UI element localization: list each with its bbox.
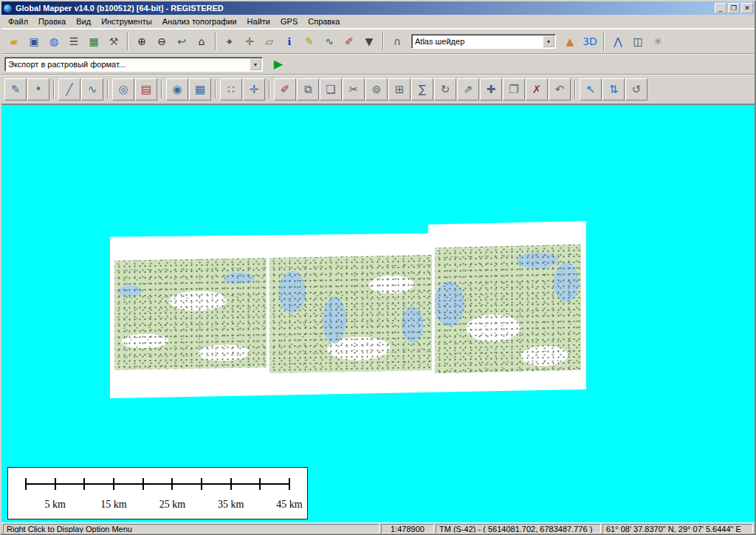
scissors-icon: ✂	[349, 84, 359, 95]
measure-tool-button[interactable]: ▱	[260, 32, 279, 51]
view-toolbar-group: ⋀◫✳	[608, 32, 667, 51]
map-tile-left	[114, 258, 267, 370]
scale-label: 45 km	[276, 499, 302, 511]
save-workspace-button[interactable]: ▣	[24, 32, 44, 51]
scale-label: 35 km	[218, 499, 244, 511]
zoom-tool-button[interactable]: ⌖	[220, 32, 239, 51]
zoom-previous-button[interactable]: ↩	[172, 32, 191, 51]
sigma-icon: ∑	[419, 84, 426, 95]
menu-search[interactable]: Найти	[242, 15, 275, 28]
buffer-areas-button[interactable]: ⊚	[365, 78, 388, 100]
map-view[interactable]: 5 km15 km25 km35 km45 km	[1, 104, 755, 522]
map-grid-icon: ▦	[89, 36, 98, 47]
download-online-data-button[interactable]: ◍	[44, 32, 63, 51]
delete-feature-button[interactable]: ✗	[526, 78, 548, 100]
map-catalog-button[interactable]: ▦	[84, 32, 103, 51]
path-profile-window-button[interactable]: ⋀	[608, 32, 628, 51]
scale-feature-button[interactable]: ⇗	[457, 78, 479, 100]
path-profile-button[interactable]: ∿	[320, 32, 339, 51]
window-title: Global Mapper v14.0 (b100512) [64-bit] -…	[16, 4, 712, 13]
plus-square-icon: ⊞	[395, 84, 405, 95]
pencil-ruler-icon: ✐	[281, 84, 290, 95]
apply-export-button[interactable]: ▶	[269, 55, 288, 74]
move-vertex-button[interactable]: ∷	[220, 78, 242, 100]
offset-feature-button[interactable]: ⇅	[602, 78, 625, 100]
minimize-icon: _	[719, 4, 723, 12]
resize-arrow-icon: ⇗	[464, 84, 473, 95]
combine-areas-button[interactable]: ⧉	[297, 78, 319, 100]
pan-tool-button[interactable]: ✛	[240, 32, 259, 51]
select-features-button[interactable]: ↖	[580, 78, 602, 100]
move-feature-button[interactable]: ✚	[480, 78, 502, 100]
minimize-button[interactable]: _	[715, 3, 726, 13]
close-button[interactable]: ✕	[741, 3, 753, 13]
globe-icon: ◍	[49, 36, 58, 47]
digitizer-group-4: ◉▦	[166, 78, 211, 100]
menu-view[interactable]: Вид	[71, 15, 96, 28]
maximize-button[interactable]: ❐	[728, 3, 740, 13]
revert-feature-button[interactable]: ↺	[625, 78, 647, 100]
zoom-in-icon: ⊕	[137, 36, 146, 47]
pencil-icon: ✎	[305, 36, 314, 47]
ruler-icon: ▱	[266, 36, 274, 47]
dropdown-arrow-icon[interactable]: ▼	[250, 58, 261, 70]
toolbar-options-button[interactable]: ✳	[648, 32, 667, 51]
tools-toolbar-group: ⌖✛▱ℹ✎∿✐▼	[220, 32, 379, 51]
undo-digitizer-button[interactable]: ↶	[549, 78, 571, 100]
view-3d-window-button[interactable]: ◫	[628, 32, 647, 51]
crop-areas-button[interactable]: ❑	[320, 78, 342, 100]
view-3d-button[interactable]: 3D	[580, 32, 599, 51]
status-hint: Right Click to Display Option Menu	[3, 524, 379, 534]
hammer-wrench-icon: ⚒	[109, 36, 119, 47]
create-spline-button[interactable]: ∿	[81, 78, 103, 100]
scale-label: 25 km	[159, 499, 185, 511]
image-swipe-button[interactable]: ∩	[388, 32, 407, 51]
sparkle-icon: ✳	[653, 36, 662, 47]
menu-gps[interactable]: GPS	[275, 15, 303, 28]
copy-feature-button[interactable]: ❐	[503, 78, 525, 100]
menu-bar: ФайлПравкаВидИнструментыАнализ топографи…	[1, 15, 755, 29]
open-file-button[interactable]: ▰	[4, 32, 24, 51]
spatial-operations-button[interactable]: ⊞	[388, 78, 410, 100]
menu-help[interactable]: Справка	[303, 15, 345, 28]
status-bar: Right Click to Display Option Menu 1:478…	[1, 522, 755, 534]
shader-toolbar-group: ▲3D	[560, 32, 599, 51]
digitizer-tool-button[interactable]: ✎	[300, 32, 319, 51]
grid-icon: ▦	[195, 84, 205, 95]
cut-areas-button[interactable]: ✂	[343, 78, 365, 100]
scale-bar: 5 km15 km25 km35 km45 km	[7, 467, 308, 519]
scale-ruler	[26, 478, 289, 490]
menu-file[interactable]: Файл	[3, 15, 33, 28]
circles-icon: ◉	[172, 84, 182, 95]
shader-combo[interactable]: Atlas шейдер ▼	[411, 34, 556, 49]
digitizer-edit-button[interactable]: ✎	[4, 78, 27, 100]
menu-tools[interactable]: Инструменты	[96, 15, 157, 28]
feature-info-button[interactable]: ℹ	[280, 32, 299, 51]
pencil-measure-icon: ✐	[345, 36, 354, 47]
create-cad-feature-button[interactable]: ▤	[135, 78, 157, 100]
status-coordinates: 61° 08' 37.8370" N, 29° 07' 5.6444" E	[602, 524, 753, 534]
coordinate-measure-button[interactable]: ✐	[340, 32, 359, 51]
create-range-rings-button[interactable]: ◎	[112, 78, 134, 100]
create-line-button[interactable]: ╱	[58, 78, 80, 100]
configuration-button[interactable]: ⚒	[104, 32, 123, 51]
create-grid-button[interactable]: ▦	[189, 78, 211, 100]
full-extent-button[interactable]: ⌂	[192, 32, 211, 51]
zoom-out-button[interactable]: ⊖	[152, 32, 171, 51]
export-combo[interactable]: Экспорт в растровый формат... ▼	[4, 57, 263, 72]
toolbar-separator	[53, 81, 55, 98]
attribute-calculator-button[interactable]: ∑	[411, 78, 433, 100]
overlay-control-center-button[interactable]: ☰	[64, 32, 83, 51]
measure-feature-button[interactable]: ✐	[274, 78, 296, 100]
more-tools-button[interactable]: ▼	[360, 32, 379, 51]
menu-terrain-analysis[interactable]: Анализ топографии	[157, 15, 242, 28]
shader-options-button[interactable]: ▲	[560, 32, 580, 51]
rotate-feature-button[interactable]: ↻	[434, 78, 456, 100]
snap-vertex-button[interactable]: ✛	[243, 78, 265, 100]
dropdown-arrow-icon[interactable]: ▼	[543, 35, 554, 47]
3d-globe-icon: 3D	[583, 36, 597, 47]
menu-edit[interactable]: Правка	[33, 15, 71, 28]
zoom-in-button[interactable]: ⊕	[132, 32, 151, 51]
create-point-button[interactable]: •	[27, 78, 49, 100]
create-concentric-circles-button[interactable]: ◉	[166, 78, 188, 100]
